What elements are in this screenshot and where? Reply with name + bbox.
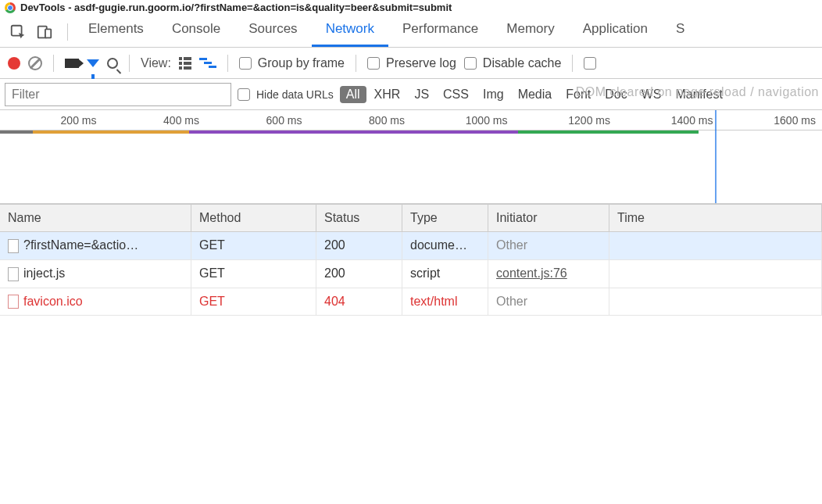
timeline-tick: 600 ms — [206, 114, 309, 127]
filter-type-css[interactable]: CSS — [437, 86, 475, 103]
tab-console[interactable]: Console — [158, 13, 234, 47]
cell-name: inject.js — [0, 260, 191, 288]
cell-type: docume… — [402, 232, 488, 260]
network-toolbar: View: Group by frame Preserve log Disabl… — [0, 48, 822, 79]
preserve-log-label: Preserve log — [386, 56, 456, 70]
col-name[interactable]: Name — [0, 205, 191, 231]
group-by-frame-checkbox[interactable]: Group by frame — [239, 56, 345, 70]
preserve-log-checkbox[interactable]: Preserve log — [367, 56, 456, 70]
offline-checkbox[interactable] — [584, 57, 596, 70]
col-method[interactable]: Method — [191, 205, 316, 231]
divider — [227, 55, 228, 72]
timeline-segment — [0, 130, 33, 134]
cell-method: GET — [191, 260, 316, 288]
tab-s[interactable]: S — [662, 13, 699, 47]
screenshot-icon[interactable] — [65, 59, 79, 68]
timeline-overview[interactable]: 200 ms400 ms600 ms800 ms1000 ms1200 ms14… — [0, 110, 822, 204]
chrome-icon — [5, 2, 16, 13]
network-table-body: ?firstName=&actio…GET200docume…Otherinje… — [0, 232, 822, 316]
filter-type-js[interactable]: JS — [408, 86, 435, 103]
col-type[interactable]: Type — [402, 205, 488, 231]
device-toggle-icon[interactable] — [36, 23, 53, 41]
checkbox-icon — [239, 57, 252, 70]
window-title: DevTools - asdf-gugie.run.goorm.io/?firs… — [20, 2, 452, 13]
checkbox-icon — [464, 57, 477, 70]
timeline-tick: 800 ms — [309, 114, 412, 127]
overlay-message: DOM cleared on page reload / navigation — [576, 85, 819, 99]
table-row[interactable]: inject.jsGET200scriptcontent.js:76 — [0, 260, 822, 288]
record-button[interactable] — [8, 57, 20, 70]
file-icon — [8, 239, 19, 253]
cell-status: 200 — [316, 260, 402, 288]
timeline-tick: 1600 ms — [720, 114, 823, 127]
tab-sources[interactable]: Sources — [234, 13, 311, 47]
cell-name: favicon.ico — [0, 288, 191, 316]
filter-type-img[interactable]: Img — [477, 86, 510, 103]
tab-elements[interactable]: Elements — [74, 13, 158, 47]
hide-data-urls-label: Hide data URLs — [256, 88, 334, 101]
timeline-tick: 1400 ms — [616, 114, 720, 127]
table-row[interactable]: ?firstName=&actio…GET200docume…Other — [0, 232, 822, 260]
file-icon — [8, 295, 19, 309]
waterfall-icon[interactable] — [199, 58, 216, 68]
cell-initiator: Other — [488, 288, 609, 316]
divider — [356, 55, 356, 72]
col-status[interactable]: Status — [316, 205, 402, 231]
large-rows-icon[interactable] — [179, 57, 191, 70]
initiator-other: Other — [496, 295, 527, 308]
cell-type: script — [402, 260, 488, 288]
divider — [53, 55, 54, 72]
cell-status: 404 — [316, 288, 402, 316]
checkbox-icon — [367, 57, 380, 70]
timeline-segment — [189, 130, 518, 134]
search-icon[interactable] — [107, 58, 118, 69]
col-initiator[interactable]: Initiator — [488, 205, 609, 231]
network-filterbar: Hide data URLs AllXHRJSCSSImgMediaFontDo… — [0, 79, 822, 110]
timeline-tick: 200 ms — [0, 114, 103, 127]
filter-type-xhr[interactable]: XHR — [368, 86, 407, 103]
hide-data-urls-checkbox[interactable]: Hide data URLs — [238, 88, 334, 101]
disable-cache-checkbox[interactable]: Disable cache — [464, 56, 562, 70]
timeline-tick: 1200 ms — [514, 114, 617, 127]
cell-time — [609, 232, 822, 260]
filter-input[interactable] — [5, 83, 231, 106]
network-table-header: Name Method Status Type Initiator Time — [0, 204, 822, 232]
group-by-frame-label: Group by frame — [258, 56, 345, 70]
timeline-tick: 1000 ms — [411, 114, 514, 127]
cell-status: 200 — [316, 232, 402, 260]
filter-type-all[interactable]: All — [340, 86, 366, 103]
timeline-cursor — [715, 110, 717, 203]
cell-initiator: content.js:76 — [488, 260, 609, 288]
timeline-segment — [33, 130, 189, 134]
timeline-tick: 400 ms — [103, 114, 206, 127]
devtools-tabbar: ElementsConsoleSourcesNetworkPerformance… — [0, 15, 822, 48]
tab-memory[interactable]: Memory — [492, 13, 568, 47]
initiator-other: Other — [496, 238, 527, 252]
disable-cache-label: Disable cache — [483, 56, 562, 70]
cell-initiator: Other — [488, 232, 609, 260]
filter-type-media[interactable]: Media — [512, 86, 559, 103]
cell-time — [609, 260, 822, 288]
cell-time — [609, 288, 822, 316]
inspect-element-icon[interactable] — [9, 23, 27, 41]
cell-method: GET — [191, 232, 316, 260]
tab-application[interactable]: Application — [569, 13, 662, 47]
initiator-link[interactable]: content.js:76 — [496, 266, 567, 280]
cell-method: GET — [191, 288, 316, 316]
cell-type: text/html — [402, 288, 488, 316]
cell-name: ?firstName=&actio… — [0, 232, 191, 260]
view-label: View: — [141, 56, 171, 70]
divider — [572, 55, 573, 72]
filter-toggle-icon[interactable] — [87, 59, 99, 67]
table-row[interactable]: favicon.icoGET404text/htmlOther — [0, 288, 822, 316]
svg-rect-2 — [45, 29, 51, 38]
clear-button[interactable] — [28, 56, 42, 70]
divider — [67, 23, 68, 41]
divider — [129, 55, 130, 72]
checkbox-icon — [238, 88, 250, 101]
tab-performance[interactable]: Performance — [388, 13, 492, 47]
file-icon — [8, 267, 19, 281]
col-time[interactable]: Time — [609, 205, 822, 231]
tab-network[interactable]: Network — [312, 13, 388, 47]
timeline-segment — [518, 130, 699, 134]
